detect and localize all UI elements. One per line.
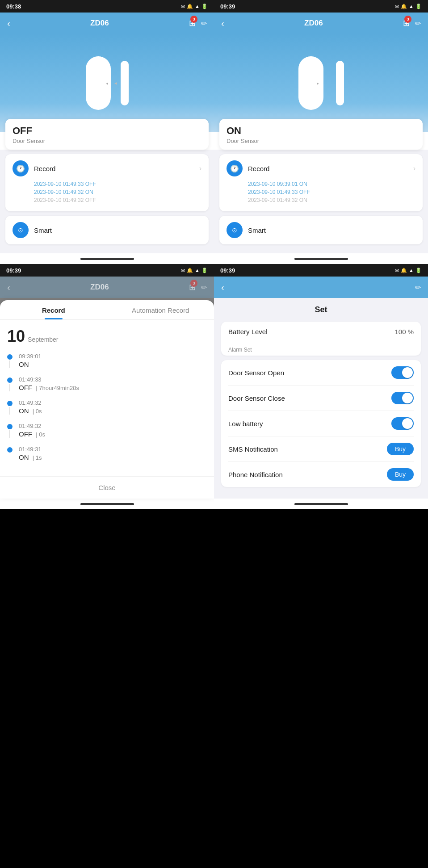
status-bar-3: 09:39 ✉ 🔔 ▲ 🔋 (0, 264, 214, 277)
record-row-2: 🕐 Record › (227, 160, 415, 176)
record-chevron-1[interactable]: › (199, 164, 201, 172)
timeline-body-2: 01:49:32 ON | 0s (19, 399, 207, 415)
notification-icon-2[interactable]: ⊞ 3 (403, 18, 410, 28)
record-label-2: Record (248, 165, 269, 172)
dot-col-3 (7, 423, 13, 438)
dot-col-2 (7, 399, 13, 415)
panel3: 09:39 ✉ 🔔 ▲ 🔋 ‹ ZD06 ⊞ 3 ✏ Record Automa… (0, 264, 214, 509)
phone-row: Phone Notification Buy (228, 462, 414, 487)
settings-title: Set (221, 305, 421, 314)
record-item-2-2: 2023-09-10 01:49:32 ON (248, 197, 415, 203)
door-open-toggle[interactable] (391, 366, 414, 379)
date-header: 10 September (7, 327, 207, 346)
battery-label: Battery Level (228, 328, 268, 335)
status-icons-4: ✉ 🔔 ▲ 🔋 (395, 268, 422, 273)
edit-icon-1[interactable]: ✏ (201, 19, 207, 28)
sms-row: SMS Notification Buy (228, 436, 414, 462)
record-item-1-2: 2023-09-10 01:49:32 OFF (34, 197, 201, 203)
date-month: September (28, 336, 58, 343)
battery-card: Battery Level 100 % Alarm Set (221, 322, 421, 356)
hero-2: ▸ (214, 34, 428, 132)
phone-label: Phone Notification (228, 471, 283, 478)
header-2: ‹ ZD06 ⊞ 3 ✏ (214, 13, 428, 34)
status-bar-1: 09:38 ✉ 🔔 ▲ 🔋 (0, 0, 214, 13)
wifi-icon-3: ▲ (195, 268, 200, 273)
back-button-2[interactable]: ‹ (221, 18, 224, 29)
content-2: 🕐 Record › 2023-09-10 09:39:01 ON 2023-0… (214, 150, 428, 253)
tab-record[interactable]: Record (0, 306, 107, 319)
home-bar-1 (0, 253, 214, 264)
hero-1: ◂ ◂ (0, 34, 214, 132)
panel4: 09:39 ✉ 🔔 ▲ 🔋 ‹ ✏ Set Battery Level 100 … (214, 264, 428, 509)
wifi-icon-2: ▲ (409, 4, 414, 9)
record-item-1-0: 2023-09-10 01:49:33 OFF (34, 181, 201, 187)
timeline: 09:39:01 ON 01:49:33 OFF | 7hour49min28s (7, 353, 207, 461)
content-1: 🕐 Record › 2023-09-10 01:49:33 OFF 2023-… (0, 150, 214, 253)
dot-col-0 (7, 353, 13, 368)
timeline-time-4: 01:49:31 (19, 446, 207, 453)
battery-value: 100 % (394, 328, 414, 335)
timeline-status-3: OFF | 0s (19, 430, 207, 438)
edit-icon-4[interactable]: ✏ (415, 283, 421, 292)
notification-icon-1[interactable]: ⊞ 3 (189, 18, 196, 28)
door-close-label: Door Sensor Close (228, 394, 285, 402)
record-card-1: 🕐 Record › 2023-09-10 01:49:33 OFF 2023-… (5, 154, 209, 211)
status-icons-3: ✉ 🔔 ▲ 🔋 (181, 268, 208, 273)
timeline-body-4: 01:49:31 ON | 1s (19, 446, 207, 461)
tab-automation-record[interactable]: Automation Record (107, 306, 214, 319)
timeline-time-0: 09:39:01 (19, 353, 207, 360)
battery-icon-4: 🔋 (415, 268, 422, 273)
record-chevron-2[interactable]: › (413, 164, 415, 172)
notif-badge-3: 3 (190, 280, 197, 287)
time-1: 09:38 (6, 3, 21, 10)
back-button-4[interactable]: ‹ (221, 282, 224, 293)
phone-buy-button[interactable]: Buy (387, 468, 414, 481)
smart-label-1: Smart (34, 226, 52, 234)
timeline-item-1: 01:49:33 OFF | 7hour49min28s (7, 376, 207, 391)
edit-icon-3[interactable]: ✏ (201, 283, 207, 292)
door-open-label: Door Sensor Open (228, 369, 284, 377)
record-list-2: 2023-09-10 09:39:01 ON 2023-09-10 01:49:… (227, 181, 415, 203)
bell-icon-3: 🔔 (187, 268, 193, 273)
settings-content: Set Battery Level 100 % Alarm Set Door S… (214, 298, 428, 499)
sensor-illustration-2: ▸ (298, 56, 344, 110)
back-button-3[interactable]: ‹ (7, 282, 10, 293)
timeline-dot-2 (7, 401, 13, 406)
record-card-2: 🕐 Record › 2023-09-10 09:39:01 ON 2023-0… (219, 154, 423, 211)
back-button-1[interactable]: ‹ (7, 18, 10, 29)
low-battery-toggle[interactable] (391, 417, 414, 430)
timeline-body-3: 01:49:32 OFF | 0s (19, 423, 207, 438)
door-close-toggle[interactable] (391, 392, 414, 404)
home-indicator-2 (294, 258, 348, 260)
dot-col-4 (7, 446, 13, 461)
timeline-item-2: 01:49:32 ON | 0s (7, 399, 207, 415)
timeline-line-1 (9, 384, 10, 391)
time-3: 09:39 (6, 267, 21, 274)
door-open-row: Door Sensor Open (228, 360, 414, 386)
header-title-2: ZD06 (304, 19, 323, 28)
sensor-body-1: ◂ (86, 56, 111, 110)
sms-buy-button[interactable]: Buy (387, 443, 414, 455)
notification-icon-3[interactable]: ⊞ 3 (189, 282, 196, 292)
close-button[interactable]: Close (0, 476, 214, 499)
low-battery-row: Low battery (228, 411, 414, 436)
timeline-dot-1 (7, 377, 13, 383)
record-left-1: 🕐 Record (13, 160, 55, 176)
sensor-arrow-1: ◂ (106, 81, 108, 86)
smart-left-1: ⊙ Smart (13, 222, 52, 238)
record-label-1: Record (34, 165, 55, 172)
battery-icon: 🔋 (201, 4, 208, 9)
timeline-dot-3 (7, 424, 13, 429)
smart-card-1: ⊙ Smart (5, 216, 209, 244)
record-row-1: 🕐 Record › (13, 160, 201, 176)
low-battery-label: Low battery (228, 420, 263, 428)
timeline-status-0: ON (19, 361, 207, 368)
time-4: 09:39 (220, 267, 235, 274)
mail-icon-4: ✉ (395, 268, 399, 273)
notif-badge-2: 3 (404, 16, 411, 23)
sensor-small-2 (336, 61, 344, 105)
mail-icon-2: ✉ (395, 4, 399, 9)
edit-icon-2[interactable]: ✏ (415, 19, 421, 28)
record-item-2-1: 2023-09-10 01:49:33 OFF (248, 189, 415, 195)
sensor-body-2: ▸ (298, 56, 323, 110)
